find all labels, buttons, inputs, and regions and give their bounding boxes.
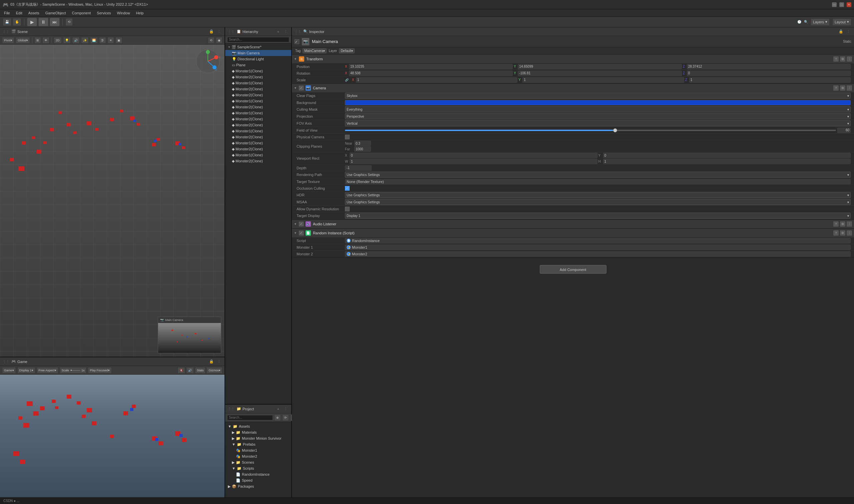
- hierarchy-item-m2c2[interactable]: ◆ Monster2(Clone): [225, 86, 291, 92]
- scene-viewport[interactable]: ◄ Persp Y: [0, 45, 225, 357]
- transform-header[interactable]: ▼ ⊞ Transform ? ⚙ ⋮: [292, 55, 854, 63]
- close-button[interactable]: ✕: [847, 2, 851, 7]
- mute-btn[interactable]: 🔇: [177, 367, 185, 374]
- projection-dropdown[interactable]: Perspective ▾: [345, 113, 851, 119]
- ri-enabled-checkbox[interactable]: ✓: [299, 231, 303, 235]
- script-ref[interactable]: 📄 RandomInstance: [345, 238, 851, 243]
- rot-x-input[interactable]: [349, 71, 513, 76]
- hierarchy-scene-root[interactable]: ▼ 🎬 SampleScene*: [225, 44, 291, 50]
- hierarchy-item-m1c4[interactable]: ◆ Monster1(Clone): [225, 110, 291, 116]
- stats-btn[interactable]: Stats: [195, 367, 206, 374]
- add-component-button[interactable]: Add Component: [540, 265, 607, 274]
- hierarchy-item-m2c5[interactable]: ◆ Monster2(Clone): [225, 116, 291, 122]
- proj-menu-btn[interactable]: ⋮: [282, 406, 289, 412]
- clear-flags-dropdown[interactable]: Skybox ▾: [345, 93, 851, 99]
- rendering-path-dropdown[interactable]: Use Graphics Settings ▾: [345, 172, 851, 178]
- menu-assets[interactable]: Assets: [26, 10, 42, 16]
- vr-y-input[interactable]: [603, 153, 851, 158]
- hierarchy-item-m2c4[interactable]: ◆ Monster2(Clone): [225, 104, 291, 110]
- rot-y-input[interactable]: [518, 71, 681, 76]
- hierarchy-item-m2c6[interactable]: ◆ Monster2(Clone): [225, 122, 291, 128]
- tag-dropdown[interactable]: MainCamera▾: [302, 48, 327, 53]
- aspect-dropdown[interactable]: Free Aspect▾: [37, 367, 58, 374]
- hierarchy-item-m1c1[interactable]: ◆ Monster1(Clone): [225, 68, 291, 74]
- maximize-button[interactable]: □: [839, 2, 844, 7]
- vr-w-input[interactable]: [350, 159, 597, 164]
- scene-menu-btn[interactable]: ⋮: [216, 29, 222, 35]
- game-mode-dropdown[interactable]: Game▾: [2, 367, 16, 374]
- occlusion-culling-checkbox[interactable]: ✓: [345, 186, 350, 191]
- menu-component[interactable]: Component: [69, 10, 93, 16]
- hierarchy-item-m2c8[interactable]: ◆ Monster2(Clone): [225, 146, 291, 152]
- minimize-button[interactable]: —: [832, 2, 837, 7]
- vr-x-input[interactable]: [350, 153, 597, 158]
- project-folder-scenes[interactable]: ▶ 📁 Scenes: [227, 459, 290, 465]
- inspector-tab[interactable]: 🔍 Inspector: [303, 29, 324, 34]
- project-search[interactable]: [227, 415, 273, 420]
- hierarchy-item-main-camera[interactable]: 📷 Main Camera: [225, 50, 291, 56]
- hierarchy-item-m2c9[interactable]: ◆ Monster2(Clone): [225, 158, 291, 164]
- game-lock-btn[interactable]: 🔒: [209, 359, 214, 365]
- light-btn[interactable]: 💡: [63, 37, 71, 44]
- audio-enabled-checkbox[interactable]: ✓: [299, 222, 303, 226]
- mode-btn[interactable]: 2D: [54, 37, 62, 44]
- camera-settings-btn[interactable]: ⚙: [840, 85, 845, 91]
- hierarchy-search[interactable]: [227, 37, 289, 42]
- rot-z-input[interactable]: [687, 71, 851, 76]
- persp-btn[interactable]: ⟲: [208, 37, 214, 44]
- hierarchy-item-m2c1[interactable]: ◆ Monster2(Clone): [225, 74, 291, 80]
- physical-camera-checkbox[interactable]: [345, 135, 350, 139]
- target-texture-field[interactable]: None (Render Texture): [345, 179, 851, 184]
- transform-help-btn[interactable]: ?: [833, 56, 839, 62]
- global-btn[interactable]: Global▾: [16, 37, 30, 44]
- audio-btn[interactable]: 🔊: [72, 37, 80, 44]
- flare-btn[interactable]: ☀: [107, 37, 114, 44]
- project-script-random[interactable]: 📄 RandomInstance: [227, 471, 290, 477]
- title-bar-controls[interactable]: — □ ✕: [832, 2, 851, 7]
- fog-btn[interactable]: 🌫: [99, 37, 106, 44]
- pos-z-input[interactable]: [687, 64, 851, 69]
- fov-axis-dropdown[interactable]: Vertical ▾: [345, 120, 851, 126]
- display-dropdown[interactable]: Display 1▾: [17, 367, 35, 374]
- camera-enabled-checkbox[interactable]: ✓: [299, 86, 303, 90]
- scale-control[interactable]: Scale ●——— 1x: [60, 367, 87, 374]
- project-folder-materials[interactable]: ▶ 📁 Materials: [227, 429, 290, 435]
- insp-lock-btn[interactable]: 🔒: [838, 29, 844, 35]
- scene-lock-btn[interactable]: 🔒: [209, 29, 214, 35]
- menu-help[interactable]: Help: [134, 10, 146, 16]
- audio-settings-btn[interactable]: ⚙: [840, 221, 845, 227]
- game-tab[interactable]: 🎮 Game: [11, 359, 27, 364]
- background-color[interactable]: [345, 100, 851, 105]
- hierarchy-tab[interactable]: 📋 Hierarchy: [237, 29, 258, 34]
- msaa-dropdown[interactable]: Use Graphics Settings ▾: [345, 199, 851, 205]
- audio-help-btn[interactable]: ?: [833, 221, 839, 227]
- proj-refresh-btn[interactable]: ⟳: [282, 414, 289, 421]
- undo-button[interactable]: ⟲: [65, 18, 73, 26]
- project-folder-assets[interactable]: ▼ 📁 Assets: [227, 423, 290, 429]
- ri-help-btn[interactable]: ?: [833, 230, 839, 236]
- camera-section-header[interactable]: ▼ ✓ 📷 Camera ? ⚙ ⋮: [292, 84, 854, 92]
- allow-dynamic-res-checkbox[interactable]: [345, 207, 350, 211]
- hierarchy-item-m2c3[interactable]: ◆ Monster2(Clone): [225, 92, 291, 98]
- project-folder-scripts[interactable]: ▼ 📁 Scripts: [227, 465, 290, 471]
- ri-settings-btn[interactable]: ⚙: [840, 230, 845, 236]
- project-folder-monster-minion[interactable]: ▶ 📁 Monster Minion Survivor: [227, 435, 290, 441]
- hierarchy-item-m1c3[interactable]: ◆ Monster1(Clone): [225, 98, 291, 104]
- transform-settings-btn[interactable]: ⚙: [840, 56, 845, 62]
- project-asset-monster1[interactable]: 🎭 Monster1: [227, 447, 290, 453]
- hdr-dropdown[interactable]: Use Graphics Settings ▾: [345, 192, 851, 198]
- pivot-btn[interactable]: Pivot▾: [2, 37, 14, 44]
- search-icon[interactable]: 🔍: [804, 20, 808, 24]
- scene-tab[interactable]: 🎬 Scene: [11, 29, 28, 34]
- scale-x-input[interactable]: [356, 77, 518, 83]
- play-focused-btn[interactable]: Play Focused▾: [88, 367, 112, 374]
- far-input[interactable]: [354, 146, 371, 152]
- hierarchy-item-m1c7[interactable]: ◆ Monster1(Clone): [225, 152, 291, 158]
- gizmos-btn[interactable]: Gizmos▾: [207, 367, 223, 374]
- layout-dropdown[interactable]: Layout ▾: [832, 18, 851, 26]
- volume-btn[interactable]: 🔊: [186, 367, 194, 374]
- monster2-ref[interactable]: 🎭 Monster2: [345, 251, 851, 257]
- project-folder-packages[interactable]: ▶ 📦 Packages: [227, 483, 290, 489]
- skybox-btn[interactable]: 🌅: [90, 37, 98, 44]
- hier-add-btn[interactable]: +: [275, 29, 281, 35]
